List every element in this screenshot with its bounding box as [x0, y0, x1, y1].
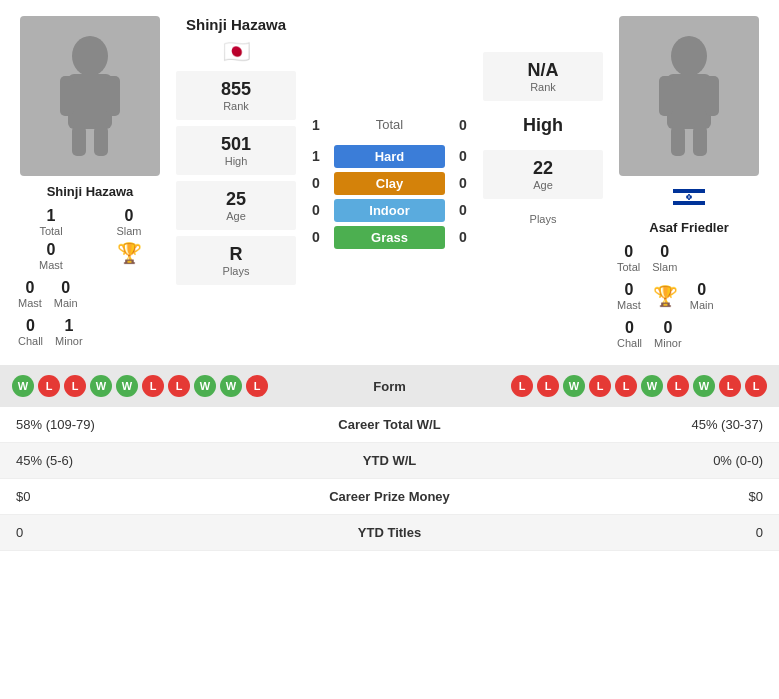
form-badge-left: W	[12, 375, 34, 397]
player-info-center: Shinji Hazawa 🇯🇵 855 Rank 501 High 25 Ag…	[176, 16, 296, 349]
left-age-label: Age	[180, 210, 292, 222]
right-indoor-score: 0	[453, 202, 473, 218]
svg-point-6	[671, 36, 707, 76]
clay-badge: Clay	[334, 172, 445, 195]
stats-right-value: 0% (0-0)	[490, 453, 764, 468]
form-badge-left: L	[64, 375, 86, 397]
right-mast-label: Mast	[617, 299, 641, 311]
right-main-value: 0	[697, 281, 706, 299]
player-left-flag: 🇯🇵	[223, 39, 250, 65]
left-trophy-row: 0 Mast 0 Main	[10, 279, 170, 309]
form-badge-left: W	[90, 375, 112, 397]
right-chall-value: 0	[625, 319, 634, 337]
right-age-value: 22	[487, 158, 599, 179]
stats-table: 58% (109-79)Career Total W/L45% (30-37)4…	[0, 407, 779, 551]
player-left: Shinji Hazawa 1 Total 0 Slam 0 Mast 🏆	[10, 16, 170, 349]
stats-right-value: $0	[490, 489, 764, 504]
left-chall-cell: 0 Chall	[18, 317, 43, 347]
stats-center-label: YTD Titles	[290, 525, 490, 540]
stats-row: $0Career Prize Money$0	[0, 479, 779, 515]
form-left: WLLWWLLWWL	[12, 375, 342, 397]
form-badge-right: W	[641, 375, 663, 397]
right-plays-label: Plays	[487, 213, 599, 225]
player-left-stats: 1 Total 0 Slam 0 Mast 🏆 0 Main	[10, 207, 170, 271]
player-right: Asaf Friedler 0 Total 0 Slam 0 Mast 🏆	[609, 16, 769, 349]
right-mast-cell: 0 Mast	[617, 281, 641, 311]
left-total-value: 1	[47, 207, 56, 225]
form-section: WLLWWLLWWL Form LLWLLWLWLL	[0, 365, 779, 407]
form-badge-right: L	[589, 375, 611, 397]
left-slam-value: 0	[125, 207, 134, 225]
form-badge-right: L	[719, 375, 741, 397]
left-high-block: 501 High	[176, 126, 296, 175]
left-grass-score: 0	[306, 229, 326, 245]
left-slam-cell: 0 Slam	[96, 207, 162, 237]
form-badge-right: L	[615, 375, 637, 397]
left-minor-cell: 1 Minor	[55, 317, 83, 347]
left-hard-score: 1	[306, 148, 326, 164]
right-total-value: 0	[624, 243, 633, 261]
svg-rect-8	[659, 76, 673, 116]
court-stats: 1 Total 0 1 Hard 0 0 Clay 0 0 Indoor 0 0	[302, 16, 477, 349]
player-right-silhouette	[649, 36, 729, 156]
left-rank-block: 855 Rank	[176, 71, 296, 120]
left-high-value: 501	[180, 134, 292, 155]
right-chall-label: Chall	[617, 337, 642, 349]
left-age-block: 25 Age	[176, 181, 296, 230]
right-plays-block: Plays	[483, 205, 603, 233]
right-total-cell: 0 Total	[617, 243, 640, 273]
left-main-label2: Main	[54, 297, 78, 309]
svg-rect-3	[106, 76, 120, 116]
left-rank-label: Rank	[180, 100, 292, 112]
israel-flag-svg	[673, 186, 705, 208]
left-age-value: 25	[180, 189, 292, 210]
left-trophy-cell: 🏆	[96, 241, 162, 271]
right-trophy-cell: 🏆	[653, 284, 678, 308]
svg-rect-2	[60, 76, 74, 116]
left-main-cell2: 0 Main	[54, 279, 78, 309]
form-badge-right: W	[563, 375, 585, 397]
right-mast-row: 0 Mast 🏆 0 Main	[609, 281, 769, 311]
right-clay-score: 0	[453, 175, 473, 191]
right-main-label: Main	[690, 299, 714, 311]
right-total-label: Total	[617, 261, 640, 273]
total-label: Total	[376, 117, 403, 132]
player-left-avatar	[20, 16, 160, 176]
player-left-name: Shinji Hazawa	[47, 184, 134, 199]
stats-center-label: YTD W/L	[290, 453, 490, 468]
stats-row: 45% (5-6)YTD W/L0% (0-0)	[0, 443, 779, 479]
left-total-score: 1	[306, 117, 326, 133]
right-chall-row: 0 Chall 0 Minor	[609, 319, 769, 349]
grass-badge: Grass	[334, 226, 445, 249]
left-slam-label: Slam	[116, 225, 141, 237]
svg-rect-13	[673, 189, 705, 193]
stats-left-value: 0	[16, 525, 290, 540]
right-age-block: 22 Age	[483, 150, 603, 199]
svg-rect-10	[671, 126, 685, 156]
stats-right-value: 45% (30-37)	[490, 417, 764, 432]
left-plays-value: R	[180, 244, 292, 265]
left-mast-label2: Mast	[18, 297, 42, 309]
left-plays-label: Plays	[180, 265, 292, 277]
player-right-name: Asaf Friedler	[649, 220, 728, 235]
form-badge-left: L	[142, 375, 164, 397]
right-grass-score: 0	[453, 229, 473, 245]
main-container: Shinji Hazawa 1 Total 0 Slam 0 Mast 🏆	[0, 0, 779, 551]
left-chall-row: 0 Chall 1 Minor	[10, 317, 170, 347]
indoor-row: 0 Indoor 0	[306, 199, 473, 222]
left-minor-value: 1	[64, 317, 73, 335]
right-hard-score: 0	[453, 148, 473, 164]
stats-right-value: 0	[490, 525, 764, 540]
form-badge-right: W	[693, 375, 715, 397]
svg-point-0	[72, 36, 108, 76]
svg-rect-9	[705, 76, 719, 116]
player-center-name: Shinji Hazawa	[186, 16, 286, 33]
right-rank-value: N/A	[487, 60, 599, 81]
form-right: LLWLLWLWLL	[438, 375, 768, 397]
player-right-avatar	[619, 16, 759, 176]
right-total-slam-row: 0 Total 0 Slam	[609, 243, 769, 273]
player-right-info: N/A Rank High 22 Age Plays	[483, 16, 603, 349]
form-badge-left: W	[116, 375, 138, 397]
right-age-label: Age	[487, 179, 599, 191]
form-badge-right: L	[745, 375, 767, 397]
